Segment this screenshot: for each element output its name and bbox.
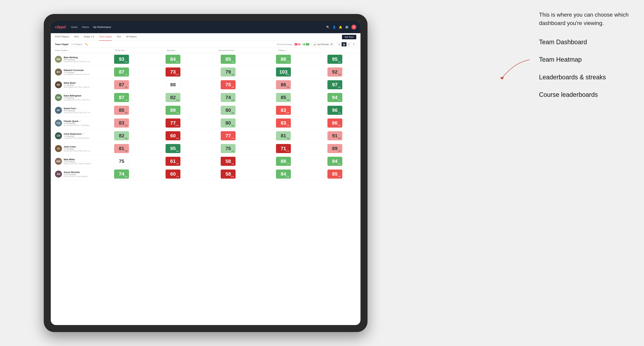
score-box: 75 <box>114 157 129 166</box>
table-row[interactable]: DFDavid Ford✓Plus HandicapRoyal North De… <box>51 104 360 117</box>
view-download-button[interactable]: ⬇ <box>352 42 356 46</box>
verified-icon: ✓ <box>76 107 78 110</box>
tab-all-players[interactable]: All Players <box>126 33 136 41</box>
score-value: 84 <box>281 171 286 177</box>
player-handicap: 11-15 Handicap <box>64 173 88 175</box>
score-delta: 2▲ <box>176 137 179 139</box>
tab-hcaps[interactable]: Hcaps 1-5 <box>84 33 94 41</box>
player-cell: DBDave Billingham1-5 HandicapGog Magog G… <box>51 91 96 104</box>
nav-home[interactable]: Home <box>71 26 78 28</box>
player-cell: DFDavid Ford✓Plus HandicapRoyal North De… <box>51 104 96 117</box>
search-icon[interactable]: 🔍 <box>326 25 330 29</box>
tab-team-clippd[interactable]: Team Clippd <box>99 33 112 41</box>
last-rounds-num: 20 <box>330 43 333 46</box>
score-delta: 6▼ <box>287 86 290 88</box>
table-row[interactable]: BMBlair McHargPlus HandicapRoyal North D… <box>51 53 360 66</box>
last-rounds-button[interactable]: 📊 Last Rounds: 20 <box>311 42 334 46</box>
view-list-button[interactable]: ☰ <box>346 42 352 46</box>
tab-pga[interactable]: PGA <box>74 33 79 41</box>
score-cell: 5810▲ <box>198 168 258 180</box>
score-value: 95 <box>332 56 338 62</box>
table-row[interactable]: MMMatt Miller6-10 HandicapWoburn Golf Cl… <box>51 155 360 168</box>
score-value: 75 <box>119 159 124 164</box>
score-box: 871▲ <box>114 67 129 77</box>
score-delta: 3▲ <box>125 137 128 139</box>
score-value: 83 <box>119 120 124 126</box>
score-value: 94 <box>332 159 338 164</box>
tab-tour[interactable]: Tour <box>116 33 121 41</box>
score-delta: 3▼ <box>125 86 128 88</box>
player-avatar: EC <box>55 68 62 75</box>
score-value: 96 <box>332 107 338 113</box>
score-delta: 1▼ <box>176 176 179 177</box>
score-cell: 741▲ <box>198 91 258 104</box>
user-icon[interactable]: 👤 <box>332 25 336 29</box>
score-value: 88 <box>281 56 286 62</box>
annotation-arrow <box>494 56 532 84</box>
player-name[interactable]: Edward Crossman <box>64 69 92 71</box>
score-box: 5810▲ <box>221 170 236 178</box>
score-cell: 803▲ <box>198 104 258 117</box>
score-cell: 836▼ <box>258 117 309 130</box>
tab-pgat-players[interactable]: PGAT Players <box>55 33 69 41</box>
score-value: 91 <box>332 133 338 139</box>
player-name[interactable]: Charlie Quick✓ <box>64 120 92 123</box>
score-value: 92 <box>332 69 338 75</box>
ipad-frame: clippd Home Teams My Performance 🔍 👤 🔔 ⚙… <box>44 14 368 332</box>
nav-teams[interactable]: Teams <box>82 26 89 28</box>
score-box: 941▲ <box>328 93 342 102</box>
score-delta: 3▼ <box>338 137 341 139</box>
team-header-bar: Team Clippd | 14 Players ✏️ 20 Round Cha… <box>51 41 360 48</box>
player-name[interactable]: Aaron Nicholls <box>64 171 88 173</box>
table-row[interactable]: EEElliot Ebert1-5 HandicapSunningdale Go… <box>51 78 360 91</box>
annotation-item-2: Team Heatmap <box>539 55 630 64</box>
nav-my-performance[interactable]: My Performance <box>93 26 111 28</box>
view-grid-button[interactable]: ⊞ <box>337 42 342 46</box>
score-cell: 881▼ <box>258 53 309 66</box>
score-value: 74 <box>226 95 231 100</box>
score-box: 823▲ <box>114 131 129 140</box>
score-delta: 1▼ <box>287 61 290 63</box>
player-name[interactable]: Chris Robertson✓ <box>64 133 90 135</box>
player-handicap: 1-5 Handicap <box>64 135 90 137</box>
score-box: 7714▼ <box>166 119 180 128</box>
player-avatar: AN <box>55 171 62 177</box>
player-name[interactable]: Blair McHarg <box>64 56 92 59</box>
player-cell: MMMatt Miller6-10 HandicapWoburn Golf Cl… <box>51 155 96 168</box>
settings-icon[interactable]: ⚙️ <box>345 25 348 29</box>
svg-marker-0 <box>500 77 504 79</box>
score-value: 85 <box>119 107 124 113</box>
team-name: Team Clippd <box>55 43 68 46</box>
table-row[interactable]: JCJosh Coles1-5 HandicapRoyal North Devo… <box>51 142 360 155</box>
table-row[interactable]: DBDave Billingham1-5 HandicapGog Magog G… <box>51 91 360 104</box>
score-box: 584▲ <box>221 157 236 166</box>
score-box: 939▲ <box>114 55 129 64</box>
table-row[interactable]: CQCharlie Quick✓6-10 HandicapSt. George'… <box>51 117 360 130</box>
table-row[interactable]: ECEdward Crossman1-5 HandicapSunningdale… <box>51 66 360 78</box>
table-row[interactable]: ANAaron Nicholls11-15 HandicapDrift Golf… <box>51 168 360 180</box>
score-delta: 9▲ <box>232 74 234 75</box>
score-delta: 10▲ <box>230 176 234 177</box>
player-name[interactable]: Matt Miller <box>64 158 91 161</box>
score-cell: 823▲ <box>96 130 147 142</box>
player-avatar: BM <box>55 56 62 63</box>
score-delta: 3▼ <box>232 86 234 88</box>
score-cell: 874▲ <box>96 91 147 104</box>
table-row[interactable]: CRChris Robertson✓1-5 HandicapCraigmilla… <box>51 130 360 142</box>
score-cell: 854▼ <box>309 168 360 180</box>
player-name[interactable]: Josh Coles <box>64 145 92 148</box>
score-delta: 3▼ <box>287 99 290 101</box>
score-cell: 752▲ <box>198 142 258 155</box>
add-team-button[interactable]: Add Team <box>342 35 356 39</box>
player-name[interactable]: Elliot Ebert <box>64 82 92 84</box>
score-cell: 813▼ <box>96 142 147 155</box>
score-cell: 882▼ <box>258 155 309 168</box>
view-heatmap-button[interactable]: ▦ <box>342 42 346 46</box>
bell-icon[interactable]: 🔔 <box>339 25 342 29</box>
player-name[interactable]: Dave Billingham <box>64 94 92 97</box>
player-name[interactable]: David Ford✓ <box>64 107 92 110</box>
score-delta: 15▲ <box>286 74 290 75</box>
user-avatar[interactable]: U <box>352 25 356 29</box>
score-cell: 913▼ <box>309 130 360 142</box>
edit-icon[interactable]: ✏️ <box>85 43 88 46</box>
